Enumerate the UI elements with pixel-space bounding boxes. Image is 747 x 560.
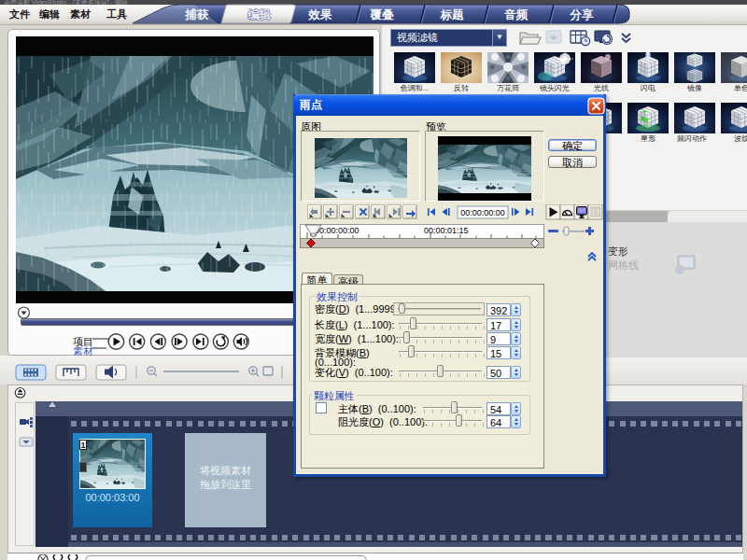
svg-text:分享: 分享 <box>570 8 595 21</box>
svg-text:编辑: 编辑 <box>247 8 272 21</box>
svg-text:00:00:00:00: 00:00:00:00 <box>315 226 359 235</box>
svg-text:标题: 标题 <box>440 8 465 21</box>
svg-text:捕获: 捕获 <box>185 7 210 21</box>
svg-text:覆叠: 覆叠 <box>370 8 395 21</box>
svg-text:00:00:01:15: 00:00:01:15 <box>424 226 469 235</box>
svg-text:00:00:00:00: 00:00:00:00 <box>460 208 505 217</box>
svg-text:音频: 音频 <box>504 8 529 21</box>
svg-text:效果: 效果 <box>308 8 333 21</box>
